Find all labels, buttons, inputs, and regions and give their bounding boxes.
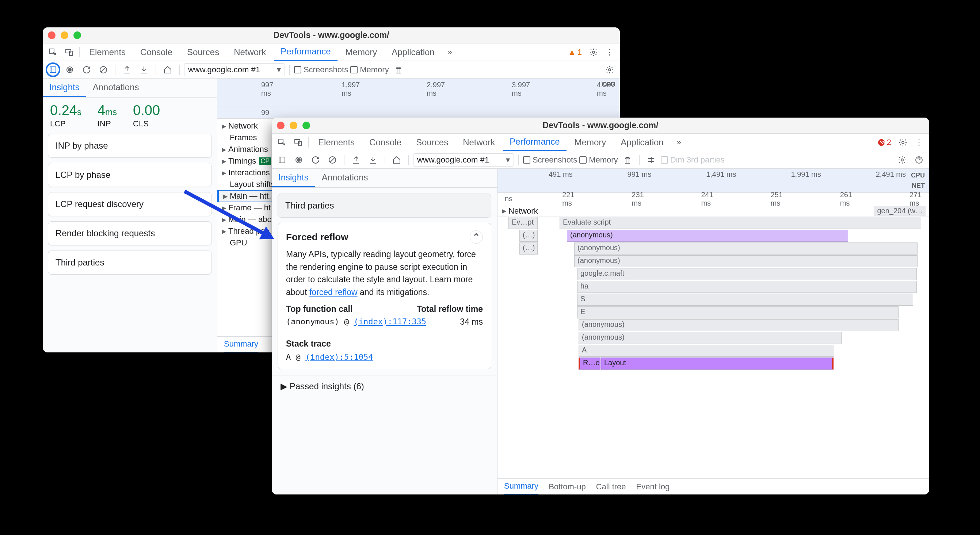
- minimize-window-icon[interactable]: [290, 122, 298, 129]
- close-window-icon[interactable]: [277, 122, 285, 129]
- tab-console[interactable]: Console: [363, 134, 408, 151]
- shortcuts-icon[interactable]: [644, 152, 659, 167]
- flame-bar[interactable]: Evaluate script: [560, 217, 921, 229]
- settings-gear-icon[interactable]: [896, 135, 910, 150]
- flame-bar-layout[interactable]: Layout: [601, 357, 834, 370]
- flame-chart[interactable]: Ev…pt Evaluate script (…) (anonymous) (……: [498, 217, 929, 392]
- tab-elements[interactable]: Elements: [312, 134, 361, 151]
- bottom-tab-summary[interactable]: Summary: [224, 337, 258, 352]
- clear-icon[interactable]: [325, 152, 340, 167]
- flame-bar[interactable]: Ev…pt: [508, 217, 538, 229]
- tab-sources[interactable]: Sources: [409, 134, 455, 151]
- help-icon[interactable]: [912, 152, 926, 167]
- sidebar-tab-annotations[interactable]: Annotations: [315, 169, 375, 187]
- more-tabs-icon[interactable]: »: [443, 45, 457, 60]
- screenshots-checkbox[interactable]: Screenshots: [294, 65, 348, 75]
- tab-application[interactable]: Application: [385, 43, 441, 61]
- reload-record-icon[interactable]: [79, 62, 94, 77]
- insight-third-parties[interactable]: Third parties: [48, 251, 212, 275]
- flame-bar[interactable]: A: [579, 345, 834, 357]
- kebab-menu-icon[interactable]: ⋮: [912, 135, 926, 150]
- flame-bar[interactable]: (…): [519, 243, 538, 254]
- kebab-menu-icon[interactable]: ⋮: [602, 45, 617, 60]
- flame-bar[interactable]: (anonymous): [567, 230, 848, 242]
- garbage-collect-icon[interactable]: [620, 152, 635, 167]
- memory-checkbox[interactable]: Memory: [350, 65, 389, 75]
- forced-reflow-link[interactable]: forced reflow: [309, 287, 358, 297]
- home-icon[interactable]: [389, 152, 404, 167]
- screenshots-checkbox[interactable]: Screenshots: [523, 155, 577, 165]
- device-toggle-icon[interactable]: [62, 45, 76, 60]
- close-window-icon[interactable]: [48, 32, 56, 39]
- passed-insights-toggle[interactable]: ▶ Passed insights (6): [272, 375, 497, 397]
- sidebar-tab-insights[interactable]: Insights: [272, 169, 315, 187]
- stack-source-link[interactable]: (index):5:1054: [305, 352, 373, 362]
- tab-application[interactable]: Application: [614, 134, 670, 151]
- garbage-collect-icon[interactable]: [391, 62, 406, 77]
- metric-lcp[interactable]: 0.24sLCP: [50, 103, 81, 129]
- flame-bar[interactable]: E: [577, 306, 899, 318]
- bottom-tab-event-log[interactable]: Event log: [636, 482, 670, 492]
- warning-badge[interactable]: ▲ 1: [565, 48, 585, 57]
- clear-icon[interactable]: [96, 62, 111, 77]
- recording-select[interactable]: www.google.com #1▾: [184, 63, 285, 76]
- download-icon[interactable]: [137, 62, 151, 77]
- overview-ruler[interactable]: 491 ms 991 ms 1,491 ms 1,991 ms 2,491 ms…: [498, 169, 929, 193]
- flame-bar[interactable]: (anonymous): [574, 243, 918, 254]
- collapse-icon[interactable]: ⌃: [470, 230, 483, 244]
- minimize-window-icon[interactable]: [60, 32, 68, 39]
- panel-settings-gear-icon[interactable]: [602, 62, 617, 77]
- flame-bar[interactable]: (anonymous): [579, 332, 842, 344]
- tab-elements[interactable]: Elements: [83, 43, 132, 61]
- flame-bar[interactable]: google.c.maft: [577, 268, 917, 280]
- upload-icon[interactable]: [349, 152, 363, 167]
- metric-inp[interactable]: 4msINP: [97, 103, 117, 129]
- settings-gear-icon[interactable]: [586, 45, 601, 60]
- tab-performance[interactable]: Performance: [503, 134, 566, 151]
- insight-lcp-request-discovery[interactable]: LCP request discovery: [48, 192, 212, 216]
- flame-bar[interactable]: (…): [519, 230, 538, 242]
- insight-inp-by-phase[interactable]: INP by phase: [48, 134, 212, 158]
- network-item[interactable]: gen_204 (w…: [874, 206, 926, 216]
- tab-network[interactable]: Network: [227, 43, 272, 61]
- record-icon[interactable]: [291, 152, 306, 167]
- sidebar-tab-annotations[interactable]: Annotations: [86, 78, 146, 97]
- timeline-panel[interactable]: 491 ms 991 ms 1,491 ms 1,991 ms 2,491 ms…: [498, 169, 929, 494]
- tab-console[interactable]: Console: [134, 43, 179, 61]
- flame-bar-recalc[interactable]: R…e: [579, 357, 600, 370]
- home-icon[interactable]: [160, 62, 175, 77]
- toggle-sidebar-icon[interactable]: [46, 62, 60, 77]
- bottom-tab-summary[interactable]: Summary: [504, 478, 538, 494]
- inspect-element-icon[interactable]: [46, 45, 60, 60]
- download-icon[interactable]: [366, 152, 380, 167]
- more-tabs-icon[interactable]: »: [672, 135, 686, 150]
- record-icon[interactable]: [62, 62, 77, 77]
- insight-lcp-by-phase[interactable]: LCP by phase: [48, 163, 212, 187]
- recording-select[interactable]: www.google.com #1▾: [413, 153, 514, 167]
- insight-render-blocking[interactable]: Render blocking requests: [48, 221, 212, 245]
- metric-cls[interactable]: 0.00CLS: [133, 103, 160, 129]
- tab-memory[interactable]: Memory: [339, 43, 384, 61]
- reload-record-icon[interactable]: [308, 152, 323, 167]
- dim-third-parties-checkbox[interactable]: Dim 3rd parties: [661, 155, 725, 165]
- flame-bar[interactable]: ha: [577, 281, 917, 293]
- inspect-element-icon[interactable]: [275, 135, 289, 150]
- panel-settings-gear-icon[interactable]: [895, 152, 910, 167]
- bottom-tab-call-tree[interactable]: Call tree: [596, 482, 626, 492]
- upload-icon[interactable]: [120, 62, 134, 77]
- tab-performance[interactable]: Performance: [274, 43, 337, 61]
- memory-checkbox[interactable]: Memory: [579, 155, 618, 165]
- bottom-tab-bottom-up[interactable]: Bottom-up: [549, 482, 586, 492]
- sidebar-tab-insights[interactable]: Insights: [43, 78, 86, 97]
- fullscreen-window-icon[interactable]: [73, 32, 81, 39]
- device-toggle-icon[interactable]: [291, 135, 305, 150]
- toggle-sidebar-icon[interactable]: [275, 152, 289, 167]
- insight-third-parties[interactable]: Third parties: [278, 194, 491, 217]
- source-link[interactable]: (index):117:335: [353, 317, 426, 326]
- flame-bar[interactable]: (anonymous): [574, 255, 918, 267]
- detail-ruler[interactable]: ns 221 ms 231 ms 241 ms 251 ms 261 ms 27…: [498, 193, 929, 205]
- timeline-ruler-2[interactable]: 99: [217, 107, 620, 119]
- timeline-ruler[interactable]: 997 ms 1,997 ms 2,997 ms 3,997 ms 4,997 …: [217, 78, 620, 107]
- error-badge[interactable]: 2: [875, 138, 894, 147]
- flame-bar[interactable]: (anonymous): [579, 319, 899, 331]
